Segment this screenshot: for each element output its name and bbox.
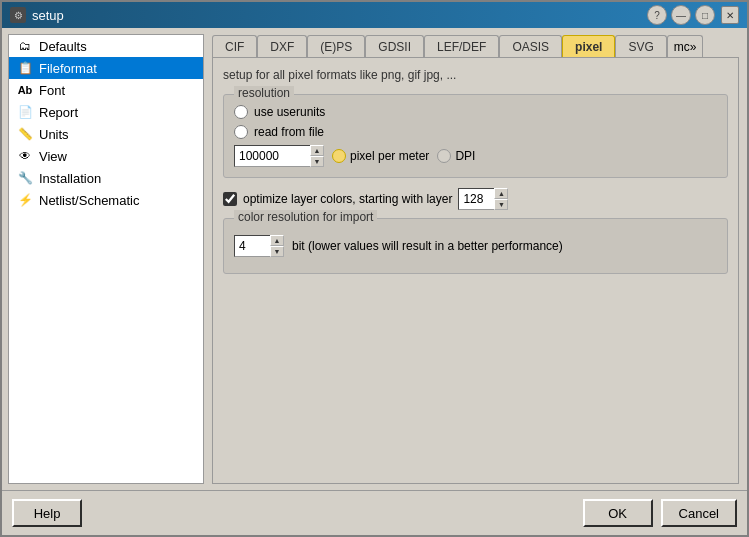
sidebar-item-fileformat[interactable]: 📋 Fileformat bbox=[9, 57, 203, 79]
bit-spin-down[interactable]: ▼ bbox=[270, 246, 284, 257]
optimize-colors-label: optimize layer colors, starting with lay… bbox=[243, 192, 452, 206]
sidebar-item-defaults[interactable]: 🗂 Defaults bbox=[9, 35, 203, 57]
maximize-circle-btn[interactable]: □ bbox=[695, 5, 715, 25]
tab-oasis[interactable]: OASIS bbox=[499, 35, 562, 57]
intro-text: setup for all pixel formats like png, gi… bbox=[223, 68, 728, 82]
layer-spin-up[interactable]: ▲ bbox=[494, 188, 508, 199]
resolution-group: resolution use userunits read from file bbox=[223, 94, 728, 178]
ok-button[interactable]: OK bbox=[583, 499, 653, 527]
tab-cif[interactable]: CIF bbox=[212, 35, 257, 57]
bit-spinner-arrows: ▲ ▼ bbox=[270, 235, 284, 257]
sidebar-item-installation[interactable]: 🔧 Installation bbox=[9, 167, 203, 189]
ppm-spinner-row: ▲ ▼ pixel per meter DPI bbox=[234, 145, 717, 167]
dpi-option: DPI bbox=[437, 149, 475, 163]
bit-spinner-wrapper: ▲ ▼ bbox=[234, 235, 284, 257]
ok-cancel-buttons: OK Cancel bbox=[583, 499, 737, 527]
tab-dxf[interactable]: DXF bbox=[257, 35, 307, 57]
ppm-spinner-wrapper: ▲ ▼ bbox=[234, 145, 324, 167]
tab-pixel[interactable]: pixel bbox=[562, 35, 615, 57]
units-icon: 📏 bbox=[17, 126, 33, 142]
close-button[interactable]: ✕ bbox=[721, 6, 739, 24]
color-resolution-legend: color resolution for import bbox=[234, 210, 377, 224]
view-icon: 👁 bbox=[17, 148, 33, 164]
sidebar-item-label: Installation bbox=[39, 171, 101, 186]
layer-spin-down[interactable]: ▼ bbox=[494, 199, 508, 210]
layer-spinner-arrows: ▲ ▼ bbox=[494, 188, 508, 210]
ppm-label: pixel per meter bbox=[350, 149, 429, 163]
optimize-colors-row: optimize layer colors, starting with lay… bbox=[223, 188, 728, 210]
title-bar-controls: ? — □ ✕ bbox=[647, 5, 739, 25]
dpi-dot bbox=[437, 149, 451, 163]
main-panel: CIF DXF (E)PS GDSII LEF/DEF OASIS pixel … bbox=[204, 28, 747, 490]
installation-icon: 🔧 bbox=[17, 170, 33, 186]
main-window: ⚙ setup ? — □ ✕ 🗂 Defaults 📋 bbox=[0, 0, 749, 537]
sidebar-item-label: Fileformat bbox=[39, 61, 97, 76]
header-icons: ? — □ bbox=[647, 5, 715, 25]
layer-spinner-wrapper: ▲ ▼ bbox=[458, 188, 508, 210]
window-body: 🗂 Defaults 📋 Fileformat Ab Font 📄 Report… bbox=[2, 28, 747, 535]
ppm-dot bbox=[332, 149, 346, 163]
sidebar-item-label: Font bbox=[39, 83, 65, 98]
minimize-circle-btn[interactable]: — bbox=[671, 5, 691, 25]
content-area: 🗂 Defaults 📋 Fileformat Ab Font 📄 Report… bbox=[2, 28, 747, 490]
sidebar-item-label: Report bbox=[39, 105, 78, 120]
window-icon: ⚙ bbox=[10, 7, 26, 23]
bottom-bar: Help OK Cancel bbox=[2, 490, 747, 535]
sidebar-item-view[interactable]: 👁 View bbox=[9, 145, 203, 167]
sidebar: 🗂 Defaults 📋 Fileformat Ab Font 📄 Report… bbox=[8, 34, 204, 484]
read-from-file-radio[interactable] bbox=[234, 125, 248, 139]
sidebar-item-label: Defaults bbox=[39, 39, 87, 54]
content-box: setup for all pixel formats like png, gi… bbox=[212, 57, 739, 484]
cancel-button[interactable]: Cancel bbox=[661, 499, 737, 527]
report-icon: 📄 bbox=[17, 104, 33, 120]
fileformat-icon: 📋 bbox=[17, 60, 33, 76]
bit-row: ▲ ▼ bit (lower values will result in a b… bbox=[234, 229, 717, 263]
tab-gdsii[interactable]: GDSII bbox=[365, 35, 424, 57]
defaults-icon: 🗂 bbox=[17, 38, 33, 54]
tab-lefdef[interactable]: LEF/DEF bbox=[424, 35, 499, 57]
resolution-legend: resolution bbox=[234, 86, 294, 100]
help-circle-btn[interactable]: ? bbox=[647, 5, 667, 25]
bit-spin-up[interactable]: ▲ bbox=[270, 235, 284, 246]
dpi-label: DPI bbox=[455, 149, 475, 163]
ppm-spinner-arrows: ▲ ▼ bbox=[310, 145, 324, 167]
sidebar-item-label: Netlist/Schematic bbox=[39, 193, 139, 208]
use-userunits-radio[interactable] bbox=[234, 105, 248, 119]
read-from-file-label: read from file bbox=[254, 125, 324, 139]
title-bar: ⚙ setup ? — □ ✕ bbox=[2, 2, 747, 28]
sidebar-item-report[interactable]: 📄 Report bbox=[9, 101, 203, 123]
use-userunits-row: use userunits bbox=[234, 105, 717, 119]
color-resolution-group: color resolution for import ▲ ▼ bit (low… bbox=[223, 218, 728, 274]
window-title: setup bbox=[32, 8, 64, 23]
netlist-icon: ⚡ bbox=[17, 192, 33, 208]
tab-bar: CIF DXF (E)PS GDSII LEF/DEF OASIS pixel … bbox=[212, 34, 739, 57]
ppm-spin-down[interactable]: ▼ bbox=[310, 156, 324, 167]
bit-label: bit (lower values will result in a bette… bbox=[292, 239, 563, 253]
tab-eps[interactable]: (E)PS bbox=[307, 35, 365, 57]
help-button[interactable]: Help bbox=[12, 499, 82, 527]
read-from-file-row: read from file bbox=[234, 125, 717, 139]
sidebar-item-font[interactable]: Ab Font bbox=[9, 79, 203, 101]
sidebar-item-label: Units bbox=[39, 127, 69, 142]
tab-more[interactable]: mc» bbox=[667, 35, 704, 57]
sidebar-item-netlist[interactable]: ⚡ Netlist/Schematic bbox=[9, 189, 203, 211]
tab-svg[interactable]: SVG bbox=[615, 35, 666, 57]
sidebar-item-units[interactable]: 📏 Units bbox=[9, 123, 203, 145]
optimize-colors-checkbox[interactable] bbox=[223, 192, 237, 206]
ppm-option: pixel per meter bbox=[332, 149, 429, 163]
use-userunits-label: use userunits bbox=[254, 105, 325, 119]
font-icon: Ab bbox=[17, 82, 33, 98]
sidebar-item-label: View bbox=[39, 149, 67, 164]
ppm-spin-up[interactable]: ▲ bbox=[310, 145, 324, 156]
title-bar-left: ⚙ setup bbox=[10, 7, 64, 23]
